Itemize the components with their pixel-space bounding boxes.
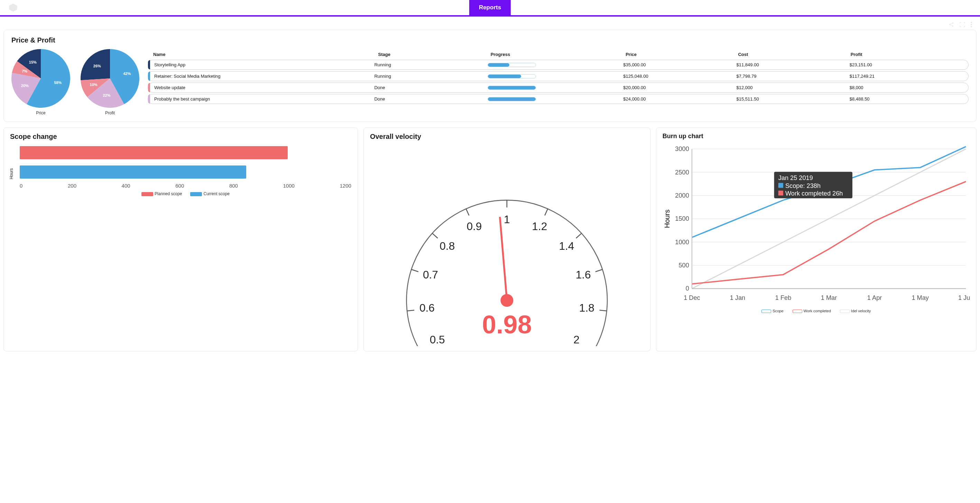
svg-text:1: 1 <box>504 213 510 225</box>
cell-stage: Done <box>374 85 487 90</box>
row-color-stripe <box>148 71 150 81</box>
page-toolbar <box>0 17 980 30</box>
velocity-gauge: 0.50.60.70.80.911.21.41.61.820.98 <box>370 146 644 346</box>
svg-line-27 <box>545 209 548 215</box>
col-cost: Cost <box>738 52 850 57</box>
panel-title: Burn up chart <box>663 133 970 140</box>
share-icon[interactable] <box>948 21 955 28</box>
col-price: Price <box>625 52 738 57</box>
svg-text:1 Feb: 1 Feb <box>775 294 791 301</box>
cell-name: Website update <box>148 85 374 90</box>
table-row[interactable]: Probably the best campaignDone$24,000.00… <box>148 94 969 104</box>
svg-text:0: 0 <box>686 285 689 292</box>
svg-text:Jan 25 2019: Jan 25 2019 <box>778 175 813 181</box>
cell-profit: $8,000 <box>850 85 963 90</box>
cell-stage: Running <box>374 74 487 79</box>
more-icon[interactable] <box>970 21 972 28</box>
cell-price: $35,000.00 <box>623 62 736 67</box>
svg-text:Work completed 26h: Work completed 26h <box>785 190 843 197</box>
overall-velocity-panel: Overall velocity 0.50.60.70.80.911.21.41… <box>363 127 651 351</box>
svg-text:1.6: 1.6 <box>576 268 591 281</box>
svg-text:1.4: 1.4 <box>559 240 574 252</box>
price-pie: 15%7%20%58% Price <box>11 49 70 115</box>
svg-line-21 <box>432 233 438 238</box>
svg-line-23 <box>466 209 469 215</box>
cell-profit: $23,151.00 <box>850 62 963 67</box>
legend-work: Work completed <box>803 309 831 313</box>
app-logo-icon <box>8 3 18 13</box>
burn-legend: Scope Work completed Idel velocity <box>663 309 970 313</box>
table-row[interactable]: Retainer: Social Media MarketingRunning$… <box>148 71 969 81</box>
price-profit-card: Price & Profit 15%7%20%58% Price 26%10%2… <box>3 30 977 122</box>
topbar: Reports <box>0 0 980 17</box>
svg-text:1500: 1500 <box>675 215 689 222</box>
svg-marker-0 <box>9 3 17 11</box>
legend-ideal: Idel velocity <box>851 309 871 313</box>
cell-price: $24,000.00 <box>623 97 736 102</box>
svg-text:2: 2 <box>573 333 579 346</box>
card-title: Price & Profit <box>11 36 969 44</box>
svg-text:0.6: 0.6 <box>420 301 435 314</box>
svg-text:1 Mar: 1 Mar <box>821 294 837 301</box>
x-tick: 200 <box>68 183 76 189</box>
tab-reports[interactable]: Reports <box>469 0 511 16</box>
row-color-stripe <box>148 60 150 70</box>
table-row[interactable]: Website updateDone$20,000.00$12,000$8,00… <box>148 83 969 93</box>
svg-text:2500: 2500 <box>675 169 689 176</box>
panel-title: Overall velocity <box>370 133 644 141</box>
svg-line-37 <box>500 217 507 301</box>
svg-text:1.2: 1.2 <box>532 220 547 233</box>
cell-cost: $15,511.50 <box>737 97 850 102</box>
svg-rect-65 <box>778 183 783 187</box>
svg-text:10%: 10% <box>90 83 97 87</box>
cell-profit: $8,488.50 <box>850 97 963 102</box>
svg-text:1 Apr: 1 Apr <box>867 294 882 301</box>
pie-column: 15%7%20%58% Price 26%10%22%42% Profit <box>11 49 139 115</box>
pie-caption: Price <box>11 111 70 115</box>
current-scope-bar <box>20 165 246 179</box>
x-tick: 1200 <box>340 183 352 189</box>
row-color-stripe <box>148 83 150 92</box>
x-tick: 0 <box>20 183 22 189</box>
projects-table: Name Stage Progress Price Cost Profit St… <box>148 49 969 105</box>
svg-line-29 <box>576 233 582 238</box>
expand-icon[interactable] <box>959 21 966 28</box>
svg-text:26%: 26% <box>93 64 101 68</box>
cell-price: $20,000.00 <box>623 85 736 90</box>
svg-text:0.5: 0.5 <box>430 333 445 346</box>
y-axis-label: Hours <box>9 168 14 179</box>
svg-text:15%: 15% <box>29 60 37 64</box>
cell-progress <box>488 63 624 67</box>
planned-scope-bar <box>20 146 288 159</box>
svg-text:0.98: 0.98 <box>482 310 532 339</box>
burn-up-chart: 050010001500200025003000Hours1 Dec1 Jan1… <box>663 145 970 305</box>
legend-scope: Scope <box>773 309 783 313</box>
col-name: Name <box>153 52 378 57</box>
col-progress: Progress <box>491 52 625 57</box>
row-color-stripe <box>148 94 150 104</box>
x-tick: 800 <box>229 183 238 189</box>
profit-pie: 26%10%22%42% Profit <box>81 49 139 115</box>
svg-line-17 <box>407 310 414 311</box>
svg-text:20%: 20% <box>21 84 29 88</box>
svg-rect-67 <box>778 191 783 195</box>
cell-progress <box>488 97 624 101</box>
svg-text:Hours: Hours <box>663 209 671 228</box>
table-row[interactable]: Storytelling AppRunning$35,000.00$11,849… <box>148 60 969 70</box>
cell-name: Storytelling App <box>148 62 374 67</box>
svg-text:2000: 2000 <box>675 192 689 199</box>
svg-point-38 <box>500 294 513 307</box>
cell-stage: Running <box>374 62 487 67</box>
cell-cost: $11,849.00 <box>737 62 850 67</box>
svg-text:42%: 42% <box>123 71 131 76</box>
col-profit: Profit <box>851 52 963 57</box>
cell-progress <box>488 86 624 90</box>
svg-text:500: 500 <box>678 262 689 269</box>
svg-line-19 <box>412 270 418 272</box>
svg-text:1.8: 1.8 <box>579 301 595 314</box>
burn-up-panel: Burn up chart 050010001500200025003000Ho… <box>656 127 977 351</box>
svg-text:1 Jun: 1 Jun <box>958 294 970 301</box>
svg-text:Scope: 238h: Scope: 238h <box>785 182 821 189</box>
svg-text:58%: 58% <box>54 81 62 85</box>
svg-line-31 <box>595 270 602 272</box>
